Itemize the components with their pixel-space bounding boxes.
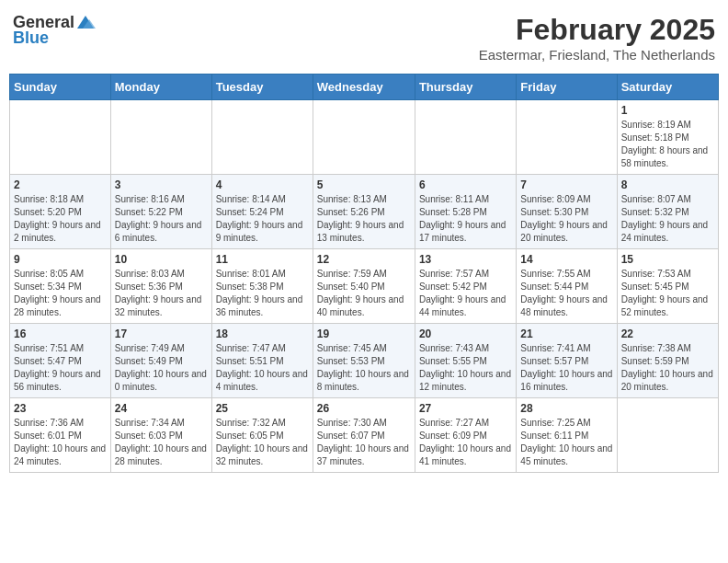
day-info: Sunrise: 7:32 AM Sunset: 6:05 PM Dayligh… xyxy=(216,417,309,468)
day-number: 21 xyxy=(520,327,612,340)
logo-icon xyxy=(75,12,96,32)
day-cell: 15Sunrise: 7:53 AM Sunset: 5:45 PM Dayli… xyxy=(617,249,718,324)
day-cell: 13Sunrise: 7:57 AM Sunset: 5:42 PM Dayli… xyxy=(415,249,516,324)
day-info: Sunrise: 8:19 AM Sunset: 5:18 PM Dayligh… xyxy=(621,119,714,170)
day-cell: 8Sunrise: 8:07 AM Sunset: 5:32 PM Daylig… xyxy=(617,175,718,249)
day-number: 12 xyxy=(317,253,411,266)
day-cell: 10Sunrise: 8:03 AM Sunset: 5:36 PM Dayli… xyxy=(110,249,211,324)
weekday-header-thursday: Thursday xyxy=(415,75,516,100)
day-number: 22 xyxy=(621,327,714,340)
day-number: 17 xyxy=(115,327,208,340)
day-info: Sunrise: 7:41 AM Sunset: 5:57 PM Dayligh… xyxy=(520,342,612,394)
day-info: Sunrise: 8:14 AM Sunset: 5:24 PM Dayligh… xyxy=(216,193,309,245)
day-number: 27 xyxy=(419,402,512,415)
day-info: Sunrise: 7:49 AM Sunset: 5:49 PM Dayligh… xyxy=(115,342,208,394)
day-info: Sunrise: 7:34 AM Sunset: 6:03 PM Dayligh… xyxy=(115,417,208,468)
day-cell: 25Sunrise: 7:32 AM Sunset: 6:05 PM Dayli… xyxy=(211,398,313,473)
day-info: Sunrise: 8:18 AM Sunset: 5:20 PM Dayligh… xyxy=(14,193,107,245)
day-cell: 12Sunrise: 7:59 AM Sunset: 5:40 PM Dayli… xyxy=(313,249,415,324)
day-cell xyxy=(517,100,617,175)
day-info: Sunrise: 7:38 AM Sunset: 5:59 PM Dayligh… xyxy=(621,342,714,394)
day-info: Sunrise: 8:09 AM Sunset: 5:30 PM Dayligh… xyxy=(520,193,612,245)
logo-blue-text: Blue xyxy=(13,29,49,48)
weekday-header-monday: Monday xyxy=(110,75,211,100)
day-number: 3 xyxy=(115,178,208,191)
week-row-2: 2Sunrise: 8:18 AM Sunset: 5:20 PM Daylig… xyxy=(10,175,719,249)
day-number: 25 xyxy=(216,402,309,415)
weekday-header-wednesday: Wednesday xyxy=(313,75,415,100)
week-row-4: 16Sunrise: 7:51 AM Sunset: 5:47 PM Dayli… xyxy=(10,324,719,398)
weekday-header-sunday: Sunday xyxy=(10,75,111,100)
weekday-header-row: SundayMondayTuesdayWednesdayThursdayFrid… xyxy=(10,75,719,100)
day-info: Sunrise: 7:51 AM Sunset: 5:47 PM Dayligh… xyxy=(14,342,107,394)
day-cell: 6Sunrise: 8:11 AM Sunset: 5:28 PM Daylig… xyxy=(415,175,516,249)
day-number: 7 xyxy=(520,178,612,191)
day-cell: 23Sunrise: 7:36 AM Sunset: 6:01 PM Dayli… xyxy=(10,398,111,473)
weekday-header-friday: Friday xyxy=(517,75,617,100)
day-number: 16 xyxy=(14,327,107,340)
day-number: 4 xyxy=(216,178,309,191)
day-cell: 9Sunrise: 8:05 AM Sunset: 5:34 PM Daylig… xyxy=(10,249,111,324)
weekday-header-saturday: Saturday xyxy=(617,75,718,100)
day-number: 8 xyxy=(621,178,714,191)
day-cell xyxy=(211,100,313,175)
weekday-header-tuesday: Tuesday xyxy=(211,75,313,100)
day-info: Sunrise: 8:07 AM Sunset: 5:32 PM Dayligh… xyxy=(621,193,714,245)
day-cell: 27Sunrise: 7:27 AM Sunset: 6:09 PM Dayli… xyxy=(415,398,516,473)
day-cell: 1Sunrise: 8:19 AM Sunset: 5:18 PM Daylig… xyxy=(617,100,718,175)
day-cell: 5Sunrise: 8:13 AM Sunset: 5:26 PM Daylig… xyxy=(313,175,415,249)
day-info: Sunrise: 7:47 AM Sunset: 5:51 PM Dayligh… xyxy=(216,342,309,394)
location-subtitle: Eastermar, Friesland, The Netherlands xyxy=(479,47,715,63)
day-info: Sunrise: 7:53 AM Sunset: 5:45 PM Dayligh… xyxy=(621,268,714,319)
day-number: 20 xyxy=(419,327,512,340)
day-info: Sunrise: 7:43 AM Sunset: 5:55 PM Dayligh… xyxy=(419,342,512,394)
day-cell: 17Sunrise: 7:49 AM Sunset: 5:49 PM Dayli… xyxy=(110,324,211,398)
header: General Blue February 2025 Eastermar, Fr… xyxy=(9,9,719,66)
day-info: Sunrise: 8:01 AM Sunset: 5:38 PM Dayligh… xyxy=(216,268,309,319)
day-cell: 2Sunrise: 8:18 AM Sunset: 5:20 PM Daylig… xyxy=(10,175,111,249)
day-cell: 28Sunrise: 7:25 AM Sunset: 6:11 PM Dayli… xyxy=(517,398,617,473)
day-cell xyxy=(313,100,415,175)
logo: General Blue xyxy=(13,13,96,48)
day-number: 24 xyxy=(115,402,208,415)
day-cell: 7Sunrise: 8:09 AM Sunset: 5:30 PM Daylig… xyxy=(517,175,617,249)
day-info: Sunrise: 7:36 AM Sunset: 6:01 PM Dayligh… xyxy=(14,417,107,468)
day-cell: 22Sunrise: 7:38 AM Sunset: 5:59 PM Dayli… xyxy=(617,324,718,398)
day-number: 28 xyxy=(520,402,612,415)
month-title: February 2025 xyxy=(479,13,715,47)
day-number: 9 xyxy=(14,253,107,266)
day-cell xyxy=(415,100,516,175)
day-info: Sunrise: 8:03 AM Sunset: 5:36 PM Dayligh… xyxy=(115,268,208,319)
day-cell: 20Sunrise: 7:43 AM Sunset: 5:55 PM Dayli… xyxy=(415,324,516,398)
day-number: 18 xyxy=(216,327,309,340)
day-info: Sunrise: 7:57 AM Sunset: 5:42 PM Dayligh… xyxy=(419,268,512,319)
day-number: 10 xyxy=(115,253,208,266)
day-cell: 24Sunrise: 7:34 AM Sunset: 6:03 PM Dayli… xyxy=(110,398,211,473)
day-number: 13 xyxy=(419,253,512,266)
day-number: 2 xyxy=(14,178,107,191)
day-number: 6 xyxy=(419,178,512,191)
day-number: 1 xyxy=(621,104,714,117)
day-info: Sunrise: 7:30 AM Sunset: 6:07 PM Dayligh… xyxy=(317,417,411,468)
week-row-5: 23Sunrise: 7:36 AM Sunset: 6:01 PM Dayli… xyxy=(10,398,719,473)
day-cell: 3Sunrise: 8:16 AM Sunset: 5:22 PM Daylig… xyxy=(110,175,211,249)
day-info: Sunrise: 8:11 AM Sunset: 5:28 PM Dayligh… xyxy=(419,193,512,245)
day-number: 11 xyxy=(216,253,309,266)
week-row-3: 9Sunrise: 8:05 AM Sunset: 5:34 PM Daylig… xyxy=(10,249,719,324)
day-number: 23 xyxy=(14,402,107,415)
day-cell: 14Sunrise: 7:55 AM Sunset: 5:44 PM Dayli… xyxy=(517,249,617,324)
day-cell xyxy=(617,398,718,473)
calendar-table: SundayMondayTuesdayWednesdayThursdayFrid… xyxy=(9,74,719,473)
day-info: Sunrise: 7:27 AM Sunset: 6:09 PM Dayligh… xyxy=(419,417,512,468)
day-cell: 4Sunrise: 8:14 AM Sunset: 5:24 PM Daylig… xyxy=(211,175,313,249)
day-cell: 21Sunrise: 7:41 AM Sunset: 5:57 PM Dayli… xyxy=(517,324,617,398)
day-cell xyxy=(110,100,211,175)
day-cell: 19Sunrise: 7:45 AM Sunset: 5:53 PM Dayli… xyxy=(313,324,415,398)
day-number: 5 xyxy=(317,178,411,191)
day-info: Sunrise: 7:55 AM Sunset: 5:44 PM Dayligh… xyxy=(520,268,612,319)
day-cell: 26Sunrise: 7:30 AM Sunset: 6:07 PM Dayli… xyxy=(313,398,415,473)
day-info: Sunrise: 8:05 AM Sunset: 5:34 PM Dayligh… xyxy=(14,268,107,319)
day-cell xyxy=(10,100,111,175)
day-number: 14 xyxy=(520,253,612,266)
day-cell: 16Sunrise: 7:51 AM Sunset: 5:47 PM Dayli… xyxy=(10,324,111,398)
